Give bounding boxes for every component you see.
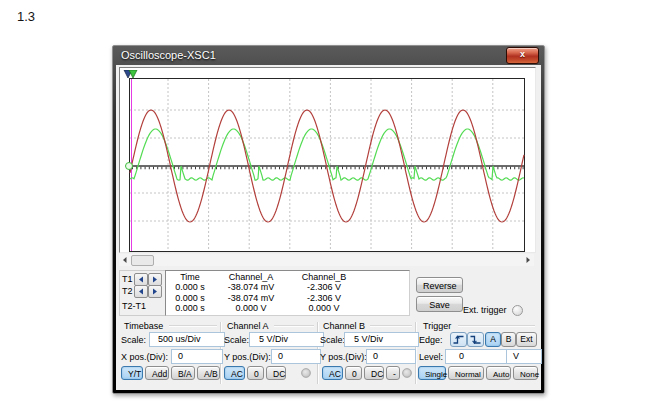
channel-a-title: Channel A	[227, 321, 269, 331]
t1-time: 0.000 s	[166, 282, 214, 292]
channel-b-dc-button[interactable]: DC	[364, 366, 384, 380]
save-button[interactable]: Save	[416, 296, 463, 312]
trigger-edge-label: Edge:	[419, 335, 443, 345]
t2-time: 0.000 s	[166, 293, 214, 303]
groupbox-line	[370, 325, 412, 327]
ext-trigger-label: Ext. trigger	[463, 305, 507, 315]
scroll-left-icon[interactable]	[120, 255, 130, 265]
channel-a-scale-field[interactable]: 5 V/Div	[249, 332, 324, 347]
timebase-scale-label: Scale:	[121, 335, 146, 345]
waveform-canvas	[130, 79, 524, 251]
t1-channel-a: -38.074 mV	[214, 282, 288, 292]
trigger-level-label: Level:	[419, 352, 443, 362]
readout-header-row: Time Channel_A Channel_B	[166, 272, 409, 282]
timebase-add-button[interactable]: Add	[145, 366, 169, 380]
cursor-readout-table: Time Channel_A Channel_B 0.000 s -38.074…	[165, 270, 410, 316]
timebase-yt-button[interactable]: Y/T	[121, 366, 143, 380]
ext-trigger-radio[interactable]	[512, 305, 523, 316]
scrollbar-thumb[interactable]	[131, 255, 154, 266]
screenshot-stage: 1.3 Oscilloscope-XSC1 x	[0, 0, 660, 406]
scroll-right-icon[interactable]	[523, 255, 533, 265]
readout-row-t2-t1: 0.000 s 0.000 V 0.000 V	[166, 303, 409, 313]
reverse-button[interactable]: Reverse	[416, 277, 463, 293]
channel-b-scale-label: Scale:	[320, 335, 345, 345]
channel-b-title: Channel B	[323, 321, 365, 331]
channel-a-ac-button[interactable]: AC	[224, 366, 245, 380]
channel-b-zero-button[interactable]: 0	[345, 366, 362, 380]
channel-a-zero-button[interactable]: 0	[247, 366, 264, 380]
channel-a-ypos-field[interactable]: 0	[271, 349, 321, 364]
horizontal-scrollbar[interactable]	[119, 254, 534, 266]
t2-left-button[interactable]	[134, 285, 148, 298]
figure-label: 1.3	[17, 9, 35, 24]
groupbox-line	[458, 325, 535, 327]
t2-t1-time: 0.000 s	[166, 303, 214, 313]
trigger-title: Trigger	[423, 321, 451, 331]
timebase-ab-button[interactable]: A/B	[197, 366, 220, 380]
channel-a-scale-label: Scale:	[224, 335, 249, 345]
falling-edge-button[interactable]	[467, 332, 484, 347]
title-bar[interactable]: Oscilloscope-XSC1 x	[113, 46, 544, 65]
cursor-handle-icons[interactable]	[123, 70, 139, 79]
col-channel-a: Channel_A	[214, 272, 288, 282]
scope-display	[119, 67, 536, 253]
t2-right-button[interactable]	[148, 285, 162, 298]
cursor-control-box: T1 T2 T2-T1	[119, 270, 166, 316]
groupbox-line	[274, 325, 314, 327]
trigger-source-a-button[interactable]: A	[485, 332, 501, 347]
groupbox-line	[169, 325, 217, 327]
trigger-level-unit-field[interactable]: V	[506, 349, 542, 364]
channel-b-led-icon	[402, 368, 412, 378]
t2-label: T2	[122, 286, 133, 296]
channel-b-minus-button[interactable]: -	[386, 366, 400, 380]
trigger-normal-button[interactable]: Normal	[448, 366, 484, 380]
rising-edge-button[interactable]	[450, 332, 467, 347]
t2-channel-b: -2.306 V	[288, 293, 360, 303]
timebase-title: Timebase	[124, 321, 163, 331]
timebase-ba-button[interactable]: B/A	[171, 366, 195, 380]
trigger-single-button[interactable]: Single	[418, 366, 446, 380]
t1-label: T1	[122, 274, 133, 284]
channel-a-led-icon	[301, 368, 311, 378]
channel-b-scale-field[interactable]: 5 V/Div	[344, 332, 419, 347]
timebase-xpos-label: X pos.(Div):	[121, 352, 168, 362]
channel-a-ypos-label: Y pos.(Div):	[224, 352, 271, 362]
timebase-xpos-field[interactable]: 0	[171, 349, 223, 364]
t1-channel-b: -2.306 V	[288, 282, 360, 292]
trigger-source-b-button[interactable]: B	[501, 332, 516, 347]
channel-b-ac-button[interactable]: AC	[322, 366, 343, 380]
channel-a-dc-button[interactable]: DC	[266, 366, 286, 380]
channel-b-ypos-label: Y pos.(Div):	[320, 352, 367, 362]
t2-t1-label: T2-T1	[122, 301, 146, 311]
t2-channel-a: -38.074 mV	[214, 293, 288, 303]
readout-row-t2: 0.000 s -38.074 mV -2.306 V	[166, 293, 409, 303]
channel-b-ypos-field[interactable]: 0	[366, 349, 416, 364]
trigger-source-ext-button[interactable]: Ext	[516, 332, 537, 347]
readout-row-t1: 0.000 s -38.074 mV -2.306 V	[166, 282, 409, 292]
window-title: Oscilloscope-XSC1	[121, 49, 216, 61]
close-icon: x	[520, 49, 525, 59]
trigger-auto-button[interactable]: Auto	[486, 366, 511, 380]
rising-edge-icon	[452, 333, 465, 346]
oscilloscope-window: Oscilloscope-XSC1 x	[112, 45, 545, 394]
falling-edge-icon	[469, 333, 482, 346]
col-channel-b: Channel_B	[288, 272, 360, 282]
t2-t1-channel-a: 0.000 V	[214, 303, 288, 313]
window-body: T1 T2 T2-T1 Time Channel_A Channel_B	[116, 65, 541, 390]
trigger-none-button[interactable]: None	[513, 366, 538, 380]
timebase-scale-field[interactable]: 500 us/Div	[149, 332, 225, 347]
t2-t1-channel-b: 0.000 V	[288, 303, 360, 313]
col-time: Time	[166, 272, 214, 282]
channel-b-marker-icon	[125, 162, 133, 170]
close-button[interactable]: x	[506, 47, 539, 64]
scope-plot	[129, 78, 525, 252]
